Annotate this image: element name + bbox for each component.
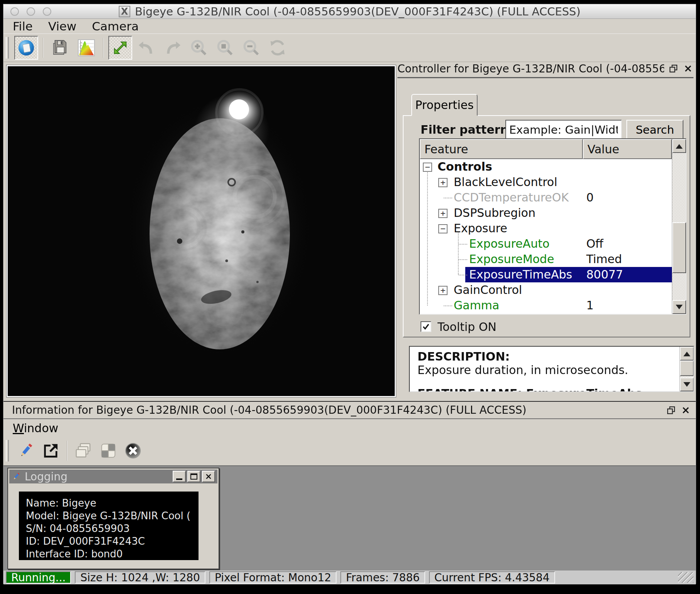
tree-row-exposureauto[interactable]: ExposureAuto Off bbox=[420, 236, 672, 252]
tree-row-blacklevelcontrol[interactable]: + BlackLevelControl bbox=[420, 175, 672, 190]
description-scrollbar[interactable] bbox=[680, 347, 693, 391]
refresh-button[interactable] bbox=[266, 36, 289, 60]
maximize-button[interactable] bbox=[187, 471, 200, 482]
redo-button[interactable] bbox=[161, 36, 185, 60]
column-header-value[interactable]: Value bbox=[583, 139, 672, 159]
minimize-button[interactable] bbox=[173, 471, 186, 482]
column-header-feature[interactable]: Feature bbox=[420, 139, 583, 159]
tree-connector bbox=[459, 259, 467, 260]
tree-row-exposuretimeabs-selected[interactable]: ExposureTimeAbs 80077 bbox=[420, 267, 672, 282]
tree-row-exposuremode[interactable]: ExposureMode Timed bbox=[420, 252, 672, 267]
arrow-up-icon bbox=[683, 348, 690, 356]
undo-icon bbox=[138, 39, 155, 57]
close-all-windows-button[interactable] bbox=[122, 440, 144, 461]
tree-connector bbox=[459, 244, 467, 245]
float-panel-button[interactable] bbox=[668, 63, 679, 74]
menu-file[interactable]: File bbox=[3, 19, 40, 33]
pencil-icon bbox=[17, 442, 35, 460]
zoom-out-button[interactable] bbox=[239, 36, 263, 60]
tree-row-exposure[interactable]: − Exposure bbox=[420, 221, 672, 236]
float-panel-icon bbox=[667, 406, 675, 414]
histogram-button[interactable] bbox=[74, 36, 98, 60]
scroll-down-button[interactable] bbox=[680, 378, 694, 391]
tree-scrollbar[interactable] bbox=[672, 139, 686, 314]
menubar: File View Camera bbox=[3, 19, 696, 34]
close-icon bbox=[681, 406, 690, 414]
tree-row-dspsubregion[interactable]: + DSPSubregion bbox=[420, 205, 672, 221]
zoom-in-button[interactable] bbox=[187, 36, 211, 60]
feature-tree-table: Feature Value − Controls + BlackLevelCon… bbox=[419, 138, 687, 315]
filter-pattern-input[interactable] bbox=[505, 120, 622, 140]
tree-connector bbox=[444, 198, 452, 198]
scroll-up-button[interactable] bbox=[680, 347, 694, 361]
tooltip-checkbox-label: Tooltip ON bbox=[438, 320, 496, 334]
close-icon bbox=[684, 64, 692, 73]
window-title: Bigeye G-132B/NIR Cool (-04-0855659903(D… bbox=[135, 5, 581, 18]
checkmark-icon bbox=[422, 322, 430, 331]
toolbar-separator bbox=[103, 38, 104, 58]
scrollbar-thumb[interactable] bbox=[680, 361, 694, 376]
fit-to-window-button[interactable] bbox=[108, 36, 132, 60]
cascade-windows-icon bbox=[75, 442, 93, 460]
scrollbar-thumb[interactable] bbox=[672, 222, 686, 273]
refresh-icon bbox=[269, 39, 286, 57]
tree-row-gamma[interactable]: Gamma 1 bbox=[420, 298, 672, 313]
fit-to-window-icon bbox=[111, 39, 129, 57]
toolbar-drag-handle[interactable] bbox=[6, 440, 9, 461]
status-running-badge: Running... bbox=[6, 571, 71, 584]
maximize-icon bbox=[190, 473, 197, 480]
tile-windows-icon bbox=[99, 442, 117, 460]
titlebar: X Bigeye G-132B/NIR Cool (-04-0855659903… bbox=[3, 4, 696, 19]
resize-grip[interactable] bbox=[678, 572, 693, 583]
expand-expander-icon[interactable]: + bbox=[438, 209, 448, 218]
close-panel-button[interactable] bbox=[680, 405, 691, 416]
toolbar-drag-handle[interactable] bbox=[6, 37, 9, 59]
camera-image-viewport[interactable] bbox=[7, 65, 396, 397]
open-external-window-button[interactable] bbox=[40, 440, 61, 461]
tooltip-toggle-row: Tooltip ON bbox=[421, 320, 496, 333]
menu-window[interactable]: Window bbox=[3, 421, 66, 435]
tab-properties[interactable]: Properties bbox=[411, 94, 478, 116]
expand-expander-icon[interactable]: + bbox=[438, 286, 448, 295]
tree-row-ccdtemperatureok[interactable]: CCDTemperatureOK 0 bbox=[420, 190, 672, 205]
zoom-original-button[interactable] bbox=[213, 36, 237, 60]
main-toolbar bbox=[3, 34, 696, 62]
description-clipped-line: FEATURE NAME: ExposureTimeAbs bbox=[417, 387, 642, 392]
log-line: Model: Bigeye G-132B/NIR Cool ( bbox=[26, 510, 199, 522]
undo-button[interactable] bbox=[135, 36, 158, 60]
tree-row-gaincontrol[interactable]: + GainControl bbox=[420, 282, 672, 298]
logging-window[interactable]: Logging Name: Bigeye Model: Bigeye G-132… bbox=[7, 468, 219, 569]
cascade-windows-button[interactable] bbox=[73, 440, 94, 461]
freerun-toggle-button[interactable] bbox=[14, 36, 38, 60]
scroll-down-button[interactable] bbox=[672, 300, 686, 314]
close-all-icon bbox=[124, 442, 142, 460]
scroll-up-button[interactable] bbox=[672, 139, 686, 153]
tree-row-controls[interactable]: − Controls bbox=[420, 159, 672, 175]
logging-titlebar[interactable]: Logging bbox=[9, 470, 217, 483]
logging-output: Name: Bigeye Model: Bigeye G-132B/NIR Co… bbox=[19, 492, 199, 560]
information-menubar: Window bbox=[3, 420, 696, 436]
tooltip-checkbox[interactable] bbox=[421, 321, 431, 332]
close-panel-button[interactable] bbox=[683, 63, 693, 74]
close-button[interactable] bbox=[202, 471, 215, 482]
save-image-button[interactable] bbox=[48, 36, 72, 60]
menu-view[interactable]: View bbox=[40, 19, 84, 33]
float-panel-button[interactable] bbox=[666, 405, 676, 416]
window-title-wrap: X Bigeye G-132B/NIR Cool (-04-0855659903… bbox=[3, 5, 696, 18]
information-window-header[interactable]: Information for Bigeye G-132B/NIR Cool (… bbox=[3, 402, 696, 419]
logging-button[interactable] bbox=[15, 440, 37, 461]
collapse-expander-icon[interactable]: − bbox=[423, 163, 432, 172]
tile-windows-button[interactable] bbox=[98, 440, 119, 461]
mdi-area: Logging Name: Bigeye Model: Bigeye G-132… bbox=[3, 465, 696, 571]
description-heading: DESCRIPTION: bbox=[417, 350, 676, 363]
tree-connector bbox=[444, 305, 452, 306]
collapse-expander-icon[interactable]: − bbox=[438, 224, 448, 233]
search-button[interactable]: Search bbox=[626, 120, 683, 140]
status-frames: Frames: 7886 bbox=[340, 571, 425, 584]
expand-expander-icon[interactable]: + bbox=[438, 178, 448, 187]
log-line: S/N: 04-0855659903 bbox=[26, 522, 199, 535]
properties-frame: Filter pattern: Search Feature Value − C… bbox=[403, 115, 690, 337]
menu-camera[interactable]: Camera bbox=[84, 19, 146, 33]
controller-panel-header[interactable]: Controller for Bigeye G-132B/NIR Cool (-… bbox=[397, 60, 693, 78]
arrow-up-icon bbox=[676, 141, 683, 149]
